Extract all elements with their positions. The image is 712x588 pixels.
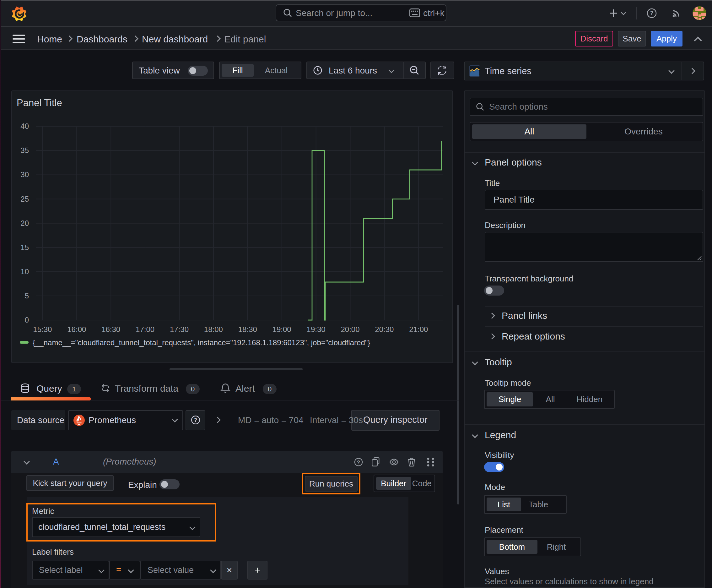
svg-text:5: 5 <box>25 292 29 300</box>
svg-text:10: 10 <box>20 267 29 276</box>
svg-text:40: 40 <box>20 122 29 130</box>
svg-text:18:30: 18:30 <box>238 325 257 334</box>
svg-text:17:00: 17:00 <box>136 325 154 334</box>
svg-text:15: 15 <box>20 243 29 252</box>
svg-text:?: ? <box>194 417 197 423</box>
svg-text:20: 20 <box>20 219 29 227</box>
svg-text:{__name__="cloudflared_tunnel_: {__name__="cloudflared_tunnel_total_requ… <box>33 338 370 347</box>
svg-text:30: 30 <box>20 170 29 179</box>
svg-text:?: ? <box>357 460 360 465</box>
svg-text:?: ? <box>650 10 654 16</box>
svg-text:18:00: 18:00 <box>204 325 223 334</box>
svg-text:25: 25 <box>20 195 29 203</box>
svg-text:35: 35 <box>20 146 29 154</box>
svg-text:20:00: 20:00 <box>341 325 360 334</box>
svg-text:19:00: 19:00 <box>273 325 291 334</box>
svg-text:16:30: 16:30 <box>102 325 120 334</box>
svg-text:16:00: 16:00 <box>67 325 86 334</box>
svg-text:17:30: 17:30 <box>170 325 189 334</box>
svg-text:20:30: 20:30 <box>375 325 394 334</box>
svg-text:21:00: 21:00 <box>409 325 428 334</box>
svg-text:15:30: 15:30 <box>33 325 52 334</box>
svg-text:0: 0 <box>25 316 29 324</box>
svg-text:19:30: 19:30 <box>307 325 326 334</box>
